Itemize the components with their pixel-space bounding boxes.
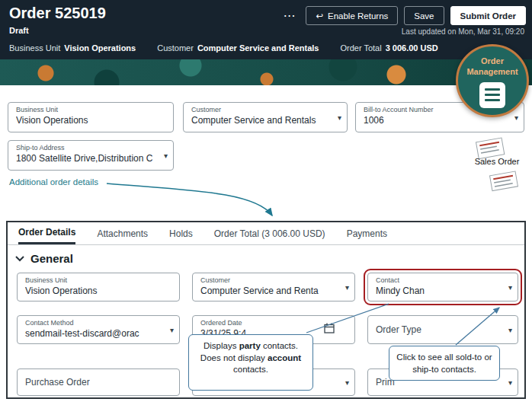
tab-order-details[interactable]: Order Details bbox=[18, 222, 75, 244]
field-label: Business Unit bbox=[16, 106, 156, 114]
section-title: General bbox=[30, 252, 73, 265]
tab-holds[interactable]: Holds bbox=[169, 222, 193, 244]
field-label: Purchase Order bbox=[25, 377, 90, 388]
sales-order-label: Sales Order bbox=[470, 157, 524, 167]
field-value: Vision Operations bbox=[16, 114, 156, 127]
field-value: Computer Service and Rentals bbox=[191, 114, 330, 127]
chevron-down-icon[interactable]: ▾ bbox=[338, 113, 341, 122]
field-value: sendmail-test-discard@orac bbox=[25, 327, 162, 340]
contact-method-field[interactable]: Contact Method sendmail-test-discard@ora… bbox=[17, 315, 180, 344]
submit-order-label: Submit Order bbox=[460, 11, 516, 21]
order-detail-panel: Order Details Attachments Holds Order To… bbox=[6, 221, 526, 399]
chevron-down-icon[interactable]: ▾ bbox=[508, 283, 512, 292]
business-unit-field[interactable]: Business Unit Vision Operations bbox=[8, 102, 174, 132]
save-label: Save bbox=[414, 11, 434, 21]
click-contacts-callout: Click to see all sold-to or ship-to cont… bbox=[389, 346, 500, 381]
chevron-down-icon[interactable]: ▾ bbox=[164, 152, 168, 160]
order-status-badge: Draft bbox=[9, 26, 29, 35]
detail-customer-field[interactable]: Customer Computer Service and Renta ▾ bbox=[192, 273, 355, 302]
calendar-icon[interactable] bbox=[324, 323, 335, 337]
general-section-header: General bbox=[15, 252, 73, 265]
ship-to-address-field[interactable]: Ship-to Address 1800 Satellite Drive,Dis… bbox=[8, 140, 174, 171]
summary-order-total: Order Total3 006.00 USD bbox=[340, 43, 437, 53]
hamburger-icon bbox=[479, 82, 505, 108]
last-updated-text: Last updated on Mon, Mar 31, 09:20 bbox=[402, 27, 524, 36]
collapse-chevron-icon[interactable] bbox=[15, 256, 24, 262]
enable-returns-label: Enable Returns bbox=[328, 11, 388, 21]
summary-customer: CustomerComputer Service and Rentals bbox=[157, 43, 319, 53]
page-header: Order 525019 Draft ⋯ ↩ Enable Returns Sa… bbox=[0, 0, 532, 59]
chevron-down-icon[interactable]: ▾ bbox=[345, 283, 349, 292]
enable-returns-button[interactable]: ↩ Enable Returns bbox=[306, 6, 398, 25]
summary-business-unit: Business UnitVision Operations bbox=[9, 43, 136, 53]
party-contacts-callout: Displays party contacts. Does not displa… bbox=[188, 334, 313, 391]
tab-attachments[interactable]: Attachments bbox=[97, 222, 148, 244]
tab-order-total[interactable]: Order Total (3 006.00 USD) bbox=[214, 222, 325, 244]
additional-order-details-link[interactable]: Additional order details bbox=[9, 177, 98, 187]
field-value: Computer Service and Renta bbox=[200, 285, 338, 298]
decorative-banner bbox=[0, 59, 532, 85]
field-value: 1800 Satellite Drive,Distribution C bbox=[16, 152, 156, 165]
detail-business-unit-field[interactable]: Business Unit Vision Operations bbox=[17, 273, 180, 302]
page-title: Order 525019 bbox=[9, 5, 106, 22]
chevron-down-icon[interactable]: ▾ bbox=[345, 378, 349, 387]
field-label: Customer bbox=[200, 276, 338, 285]
field-label: Ordered Date bbox=[200, 319, 324, 327]
order-summary-strip: Business UnitVision Operations CustomerC… bbox=[9, 43, 438, 53]
field-label: Contact bbox=[376, 276, 501, 285]
field-label: Business Unit bbox=[25, 276, 162, 285]
field-label: Ship-to Address bbox=[16, 144, 156, 152]
return-arrow-icon: ↩ bbox=[316, 11, 323, 21]
more-actions-icon[interactable]: ⋯ bbox=[278, 8, 300, 23]
detail-tabs: Order Details Attachments Holds Order To… bbox=[8, 222, 524, 245]
tab-payments[interactable]: Payments bbox=[347, 222, 387, 244]
field-value: Mindy Chan bbox=[376, 285, 501, 298]
order-management-badge: Order Management bbox=[456, 44, 529, 117]
submit-order-button[interactable]: Submit Order bbox=[450, 6, 526, 25]
save-button[interactable]: Save bbox=[404, 6, 444, 25]
customer-field[interactable]: Customer Computer Service and Rentals ▾ bbox=[183, 102, 348, 132]
header-actions: ⋯ ↩ Enable Returns Save Submit Order bbox=[278, 6, 526, 25]
field-label: Customer bbox=[191, 106, 330, 114]
field-label: Contact Method bbox=[25, 319, 162, 327]
order-type-field[interactable]: Order Type ▾ bbox=[367, 315, 518, 344]
field-value: Vision Operations bbox=[25, 285, 162, 298]
purchase-order-field[interactable]: Purchase Order bbox=[17, 368, 180, 396]
order-management-label: Order Management bbox=[458, 56, 527, 78]
additional-details-arrow bbox=[107, 183, 272, 215]
chevron-down-icon[interactable]: ▾ bbox=[508, 326, 512, 334]
field-label: Order Type bbox=[376, 324, 421, 336]
chevron-down-icon[interactable]: ▾ bbox=[514, 113, 518, 122]
sales-order-graphic: Sales Order bbox=[470, 137, 524, 192]
chevron-down-icon[interactable]: ▾ bbox=[170, 326, 174, 334]
order-management-screen: Order 525019 Draft ⋯ ↩ Enable Returns Sa… bbox=[0, 0, 532, 402]
chevron-down-icon[interactable]: ▾ bbox=[508, 378, 512, 387]
contact-field[interactable]: Contact Mindy Chan ▾ bbox=[367, 273, 518, 302]
